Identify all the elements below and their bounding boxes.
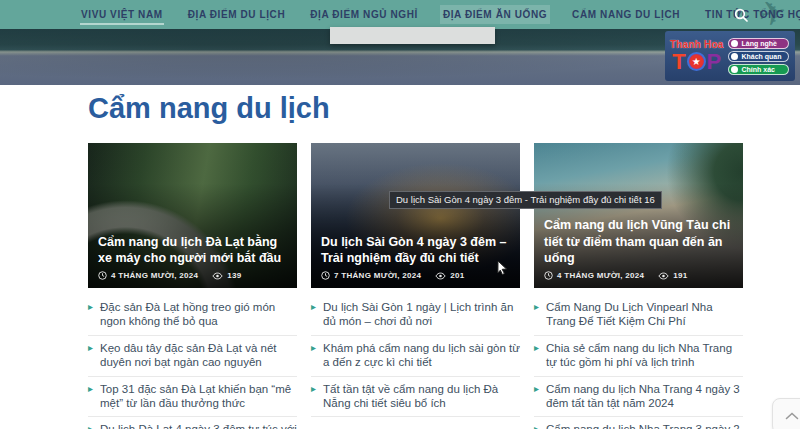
list-item[interactable]: ▸Du lịch Sài Gòn 1 ngày | Lịch trình ăn … xyxy=(311,295,520,336)
arrow-bullet-icon: ▸ xyxy=(88,422,93,429)
featured-card-dalat[interactable]: Cẩm nang du lịch Đà Lạt bằng xe máy cho … xyxy=(88,143,297,288)
nav-item-vivu-viet-nam[interactable]: VIVU VIỆT NAM xyxy=(78,5,166,24)
link-hover-tooltip: Du lịch Sài Gòn 4 ngày 3 đêm - Trải nghi… xyxy=(389,191,662,209)
list-item[interactable]: ▸Khám phá cẩm nang du lịch sài gòn từ a … xyxy=(311,336,520,377)
page-title: Cẩm nang du lịch xyxy=(88,92,330,125)
card-meta: 4 THÁNG MƯỜI, 2024 191 xyxy=(544,271,733,280)
search-icon[interactable] xyxy=(734,8,748,26)
list-item[interactable]: ▸Cẩm nang du lịch Nha Trang 3 ngày 2 đêm… xyxy=(534,417,743,429)
article-link-list: ▸Đặc sản Đà Lạt hồng treo gió món ngon k… xyxy=(88,295,297,429)
list-item[interactable]: ▸Chia sẻ cẩm nang du lịch Nha Trang tự t… xyxy=(534,336,743,377)
logo-letter-t: T xyxy=(672,51,685,73)
card-views-text: 139 xyxy=(227,271,241,280)
badge-label: Khách quan xyxy=(741,53,781,60)
list-item[interactable]: ▸Tất tần tật về cẩm nang du lịch Đà Nẵng… xyxy=(311,377,520,418)
badge-chinh-xac: Chính xác xyxy=(728,64,788,75)
link-text: Khám phá cẩm nang du lịch sài gòn từ a đ… xyxy=(323,341,520,370)
arrow-bullet-icon: ▸ xyxy=(534,382,539,411)
star-icon: ★ xyxy=(692,57,701,67)
arrow-bullet-icon: ▸ xyxy=(534,341,539,370)
link-text: Cẩm Nang Du Lịch Vinpearl Nha Trang Để T… xyxy=(546,300,743,329)
arrow-bullet-icon: ▸ xyxy=(534,300,539,329)
card-title[interactable]: Cẩm nang du lịch Vũng Tàu chi tiết từ đi… xyxy=(544,217,733,266)
clock-icon xyxy=(98,271,107,280)
card-meta: 4 THÁNG MƯỜI, 2024 139 xyxy=(98,271,287,280)
card-date-text: 4 THÁNG MƯỜI, 2024 xyxy=(557,271,644,280)
card-date: 4 THÁNG MƯỜI, 2024 xyxy=(544,271,644,280)
thanh-hoa-top-logo[interactable]: Thanh Hoa T ★ P Làng nghề Khách quan Chí… xyxy=(665,31,795,81)
nav-item-dia-diem-an-uong[interactable]: ĐỊA ĐIỂM ĂN UỐNG xyxy=(440,5,550,24)
badge-dot-icon xyxy=(731,53,738,60)
scroll-to-top-button[interactable] xyxy=(772,398,800,429)
list-item[interactable]: ▸Cẩm Nang Du Lịch Vinpearl Nha Trang Để … xyxy=(534,295,743,336)
link-text: Cẩm nang du lịch Nha Trang 3 ngày 2 đêm … xyxy=(546,422,743,429)
list-item[interactable]: ▸Du lịch Đà Lạt 4 ngày 3 đêm tự túc với … xyxy=(88,417,297,429)
arrow-bullet-icon: ▸ xyxy=(311,382,316,411)
top-navbar: VIVU VIỆT NAM ĐỊA ĐIỂM DU LỊCH ĐỊA ĐIỂM … xyxy=(0,0,800,29)
nav-item-tin-tuc-tong-hop[interactable]: TIN TỨC TỔNG HỢP xyxy=(702,5,800,24)
link-text: Tất tần tật về cẩm nang du lịch Đà Nẵng … xyxy=(323,382,520,411)
arrow-bullet-icon: ▸ xyxy=(88,341,93,370)
arrow-bullet-icon: ▸ xyxy=(534,422,539,429)
nav-item-dia-diem-du-lich[interactable]: ĐỊA ĐIỂM DU LỊCH xyxy=(185,5,289,24)
link-text: Chia sẻ cẩm nang du lịch Nha Trang tự tú… xyxy=(546,341,743,370)
logo-badges: Làng nghề Khách quan Chính xác xyxy=(728,38,788,75)
link-text: Du lịch Sài Gòn 1 ngày | Lịch trình ăn đ… xyxy=(323,300,520,329)
list-item[interactable]: ▸Top 31 đặc sản Đà Lạt khiến bạn “mê mệt… xyxy=(88,377,297,418)
card-date-text: 4 THÁNG MƯỜI, 2024 xyxy=(111,271,198,280)
card-meta: 7 THÁNG MƯỜI, 2024 201 xyxy=(321,271,510,280)
card-views-text: 201 xyxy=(450,271,464,280)
card-views-text: 191 xyxy=(673,271,687,280)
list-item[interactable]: ▸Kẹo dâu tây đặc sản Đà Lạt và nét duyên… xyxy=(88,336,297,377)
link-text: Kẹo dâu tây đặc sản Đà Lạt và nét duyên … xyxy=(100,341,297,370)
eye-icon xyxy=(658,272,669,280)
card-date: 4 THÁNG MƯỜI, 2024 xyxy=(98,271,198,280)
eye-icon xyxy=(435,272,446,280)
card-content: Cẩm nang du lịch Đà Lạt bằng xe máy cho … xyxy=(88,227,297,289)
article-column-saigon: Du lịch Sài Gòn 4 ngày 3 đêm – Trải nghi… xyxy=(311,143,520,429)
article-column-vungtau: Cẩm nang du lịch Vũng Tàu chi tiết từ đi… xyxy=(534,143,743,429)
list-item[interactable]: ▸Đặc sản Đà Lạt hồng treo gió món ngon k… xyxy=(88,295,297,336)
article-link-list: ▸Cẩm Nang Du Lịch Vinpearl Nha Trang Để … xyxy=(534,295,743,429)
badge-label: Chính xác xyxy=(741,66,774,73)
clock-icon xyxy=(321,271,330,280)
article-grid: Cẩm nang du lịch Đà Lạt bằng xe máy cho … xyxy=(88,143,743,429)
clock-icon xyxy=(544,271,553,280)
logo-wordmark: Thanh Hoa T ★ P xyxy=(670,40,723,73)
logo-letter-p: P xyxy=(707,51,722,73)
link-text: Top 31 đặc sản Đà Lạt khiến bạn “mê mệt”… xyxy=(100,382,297,411)
article-link-list: ▸Du lịch Sài Gòn 1 ngày | Lịch trình ăn … xyxy=(311,295,520,417)
logo-brand-main: T ★ P xyxy=(672,51,721,73)
nav-item-dia-diem-ngu-nghi[interactable]: ĐỊA ĐIỂM NGỦ NGHỈ xyxy=(307,5,421,24)
badge-khach-quan: Khách quan xyxy=(728,51,788,62)
article-column-dalat: Cẩm nang du lịch Đà Lạt bằng xe máy cho … xyxy=(88,143,297,429)
arrow-bullet-icon: ▸ xyxy=(311,341,316,370)
arrow-bullet-icon: ▸ xyxy=(88,382,93,411)
arrow-bullet-icon: ▸ xyxy=(88,300,93,329)
featured-card-saigon[interactable]: Du lịch Sài Gòn 4 ngày 3 đêm – Trải nghi… xyxy=(311,143,520,288)
link-text: Đặc sản Đà Lạt hồng treo gió món ngon kh… xyxy=(100,300,297,329)
card-date-text: 7 THÁNG MƯỜI, 2024 xyxy=(334,271,421,280)
logo-star-badge: ★ xyxy=(687,52,706,71)
logo-brand-top: Thanh Hoa xyxy=(670,40,723,50)
card-content: Cẩm nang du lịch Vũng Tàu chi tiết từ đi… xyxy=(534,210,743,288)
nav-dropdown-panel xyxy=(330,27,495,44)
card-content: Du lịch Sài Gòn 4 ngày 3 đêm – Trải nghi… xyxy=(311,227,520,289)
link-text: Cẩm nang du lịch Nha Trang 4 ngày 3 đêm … xyxy=(546,382,743,411)
card-title[interactable]: Du lịch Sài Gòn 4 ngày 3 đêm – Trải nghi… xyxy=(321,234,510,267)
list-item[interactable]: ▸Cẩm nang du lịch Nha Trang 4 ngày 3 đêm… xyxy=(534,377,743,418)
badge-dot-icon xyxy=(731,40,738,47)
featured-card-vungtau[interactable]: Cẩm nang du lịch Vũng Tàu chi tiết từ đi… xyxy=(534,143,743,288)
card-title[interactable]: Cẩm nang du lịch Đà Lạt bằng xe máy cho … xyxy=(98,234,287,267)
arrow-bullet-icon: ▸ xyxy=(311,300,316,329)
nav-item-cam-nang-du-lich[interactable]: CẨM NANG DU LỊCH xyxy=(569,5,683,24)
card-views: 191 xyxy=(658,271,687,280)
card-views: 201 xyxy=(435,271,464,280)
card-date: 7 THÁNG MƯỜI, 2024 xyxy=(321,271,421,280)
card-views: 139 xyxy=(212,271,241,280)
chevron-up-icon xyxy=(785,412,799,420)
badge-dot-icon xyxy=(731,66,738,73)
eye-icon xyxy=(212,272,223,280)
badge-lang-nghe: Làng nghề xyxy=(728,38,788,49)
link-text: Du lịch Đà Lạt 4 ngày 3 đêm tự túc với n… xyxy=(100,422,297,429)
